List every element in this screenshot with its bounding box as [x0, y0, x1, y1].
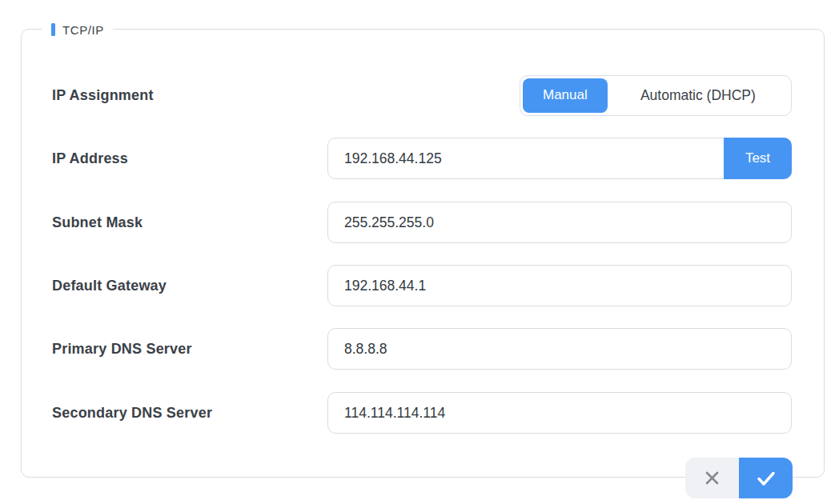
ip-address-group: Test	[327, 138, 792, 179]
secondary-dns-label: Secondary DNS Server	[52, 405, 212, 422]
row-ip-address: IP Address Test	[52, 138, 792, 179]
check-icon	[756, 470, 777, 487]
tcpip-settings-panel: TCP/IP IP Assignment Manual Automatic (D…	[21, 29, 825, 478]
ip-address-label: IP Address	[52, 150, 128, 167]
panel-title: TCP/IP	[62, 23, 104, 37]
row-subnet-mask: Subnet Mask	[52, 202, 792, 243]
ip-assignment-toggle: Manual Automatic (DHCP)	[520, 75, 792, 116]
toggle-option-manual[interactable]: Manual	[523, 78, 608, 113]
row-ip-assignment: IP Assignment Manual Automatic (DHCP)	[52, 74, 792, 116]
subnet-mask-label: Subnet Mask	[52, 214, 143, 231]
legend-accent-bar-icon	[51, 23, 55, 36]
cancel-button[interactable]	[685, 458, 739, 498]
subnet-mask-input[interactable]	[327, 202, 792, 243]
default-gateway-label: Default Gateway	[52, 278, 167, 294]
ip-assignment-label: IP Assignment	[52, 87, 154, 104]
ip-address-input[interactable]	[328, 138, 724, 178]
row-secondary-dns: Secondary DNS Server	[52, 392, 792, 434]
primary-dns-input[interactable]	[327, 328, 792, 370]
secondary-dns-input[interactable]	[327, 392, 792, 434]
row-default-gateway: Default Gateway	[52, 265, 792, 306]
row-primary-dns: Primary DNS Server	[52, 328, 792, 370]
primary-dns-label: Primary DNS Server	[52, 341, 192, 358]
panel-legend: TCP/IP	[42, 20, 113, 39]
toggle-option-dhcp[interactable]: Automatic (DHCP)	[608, 78, 789, 113]
test-button[interactable]: Test	[724, 138, 792, 179]
footer-action-buttons	[685, 458, 793, 498]
default-gateway-input[interactable]	[327, 265, 792, 306]
confirm-button[interactable]	[739, 458, 793, 498]
x-icon	[704, 470, 721, 486]
